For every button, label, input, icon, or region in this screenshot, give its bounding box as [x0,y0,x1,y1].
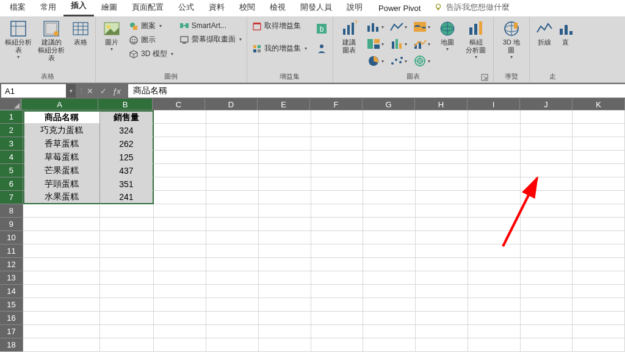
cell-K5[interactable] [573,164,625,177]
cell-K2[interactable] [573,124,625,137]
cell-A17[interactable] [23,325,100,338]
chart-hierarchy-button[interactable]: ▾ [365,36,386,52]
cell-A1[interactable]: 商品名稱 [23,110,100,124]
cell-A14[interactable] [23,285,100,298]
cell-J16[interactable] [521,312,573,325]
sparkline-column-button[interactable]: 直 [559,19,573,46]
cell-K7[interactable] [573,191,625,204]
cell-I11[interactable] [468,244,521,258]
cell-G15[interactable] [363,298,416,312]
cell-B9[interactable] [100,218,154,231]
cell-A3[interactable]: 香草蛋糕 [23,137,100,151]
icons-button[interactable]: 圖示 [128,33,175,47]
cell-C1[interactable] [154,110,206,124]
cell-A9[interactable] [23,218,100,231]
tab-developer[interactable]: 開發人員 [293,0,339,16]
cell-K12[interactable] [573,258,625,271]
cell-J15[interactable] [521,298,573,312]
tab-insert[interactable]: 插入 [63,0,94,16]
cell-H8[interactable] [416,204,468,218]
cell-D15[interactable] [206,298,259,312]
cell-A5[interactable]: 芒果蛋糕 [23,164,100,177]
row-header-15[interactable]: 15 [0,298,23,312]
cell-A7[interactable]: 水果蛋糕 [23,191,100,204]
cell-A8[interactable] [23,204,100,218]
cell-D5[interactable] [206,164,259,177]
row-header-2[interactable]: 2 [0,124,23,137]
row-header-12[interactable]: 12 [0,258,23,271]
cell-G9[interactable] [363,218,416,231]
cell-J18[interactable] [521,338,573,352]
cell-F9[interactable] [311,218,364,231]
cell-D9[interactable] [206,218,259,231]
chart-pie-button[interactable]: ▾ [365,53,386,69]
cell-E13[interactable] [259,271,311,285]
get-addins-button[interactable]: 取得增益集 [251,19,308,33]
cell-D16[interactable] [206,312,259,325]
cell-J9[interactable] [521,218,573,231]
chart-column-button[interactable]: ▾ [365,19,386,35]
name-box[interactable]: A1 [1,84,66,98]
cell-B2[interactable]: 324 [100,124,154,137]
cell-G4[interactable] [363,151,416,164]
cell-B3[interactable]: 262 [100,137,154,151]
cell-J8[interactable] [521,204,573,218]
row-header-11[interactable]: 11 [0,244,23,258]
cell-B12[interactable] [100,258,154,271]
cell-A10[interactable] [23,231,100,244]
cell-H13[interactable] [416,271,468,285]
cell-F11[interactable] [311,244,364,258]
cell-G3[interactable] [363,137,416,151]
cell-H3[interactable] [416,137,468,151]
cell-I15[interactable] [468,298,521,312]
cell-I10[interactable] [468,231,521,244]
cell-E11[interactable] [259,244,311,258]
cell-A15[interactable] [23,298,100,312]
bing-maps-button[interactable]: b [314,19,329,38]
formula-input[interactable]: 商品名稱 [123,84,625,98]
cell-C14[interactable] [154,285,206,298]
column-header-E[interactable]: E [258,99,310,110]
cell-F7[interactable] [311,191,364,204]
tab-data[interactable]: 資料 [201,0,232,16]
cell-G1[interactable] [363,110,416,124]
cell-K1[interactable] [573,110,625,124]
cell-K18[interactable] [573,338,625,352]
cell-J14[interactable] [521,285,573,298]
cell-E16[interactable] [259,312,311,325]
tab-power-pivot[interactable]: Power Pivot [370,1,429,16]
cell-C5[interactable] [154,164,206,177]
cell-B10[interactable] [100,231,154,244]
cell-I13[interactable] [468,271,521,285]
cell-B18[interactable] [100,338,154,352]
cell-G6[interactable] [363,177,416,191]
row-header-13[interactable]: 13 [0,271,23,285]
cell-E18[interactable] [259,338,311,352]
cell-C16[interactable] [154,312,206,325]
sparkline-line-button[interactable]: 折線 [533,19,555,46]
cell-I4[interactable] [468,151,521,164]
cell-F2[interactable] [311,124,364,137]
cell-E1[interactable] [259,110,311,124]
charts-dialog-launcher[interactable] [481,74,488,81]
column-header-C[interactable]: C [153,99,205,110]
cell-A2[interactable]: 巧克力蛋糕 [23,124,100,137]
cell-B4[interactable]: 125 [100,151,154,164]
cell-G18[interactable] [363,338,416,352]
cell-H10[interactable] [416,231,468,244]
cell-E3[interactable] [259,137,311,151]
tab-help[interactable]: 說明 [339,0,370,16]
cell-K9[interactable] [573,218,625,231]
cell-F5[interactable] [311,164,364,177]
cell-E17[interactable] [259,325,311,338]
select-all-triangle[interactable] [0,99,21,110]
cell-B11[interactable] [100,244,154,258]
cell-D6[interactable] [206,177,259,191]
cell-A11[interactable] [23,244,100,258]
recommended-pivot-button[interactable]: 建議的 樞紐分析表 [37,19,66,62]
cell-D2[interactable] [206,124,259,137]
map3d-button[interactable]: 3D 地 圖 ▾ [497,19,526,60]
cell-J12[interactable] [521,258,573,271]
cell-K8[interactable] [573,204,625,218]
cell-C15[interactable] [154,298,206,312]
